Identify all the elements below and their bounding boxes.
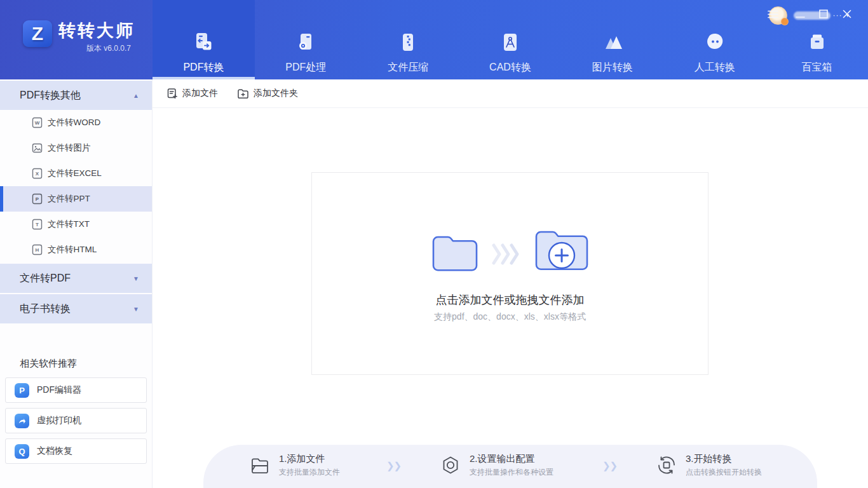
nav-tab-pdf-process[interactable]: PDF处理 [255, 0, 357, 79]
toolbox-icon [805, 30, 829, 55]
file-dropzone[interactable]: 点击添加文件或拖拽文件添加 支持pdf、doc、docx、xls、xlsx等格式 [311, 172, 709, 375]
add-file-label: 添加文件 [182, 88, 218, 99]
svg-text:W: W [35, 120, 40, 126]
app-title: 转转大师 [58, 19, 135, 42]
step-arrow-icon: ❯❯ [602, 460, 617, 471]
sidebar-item-file-to-txt[interactable]: T 文件转TXT [0, 212, 152, 237]
dropzone-title: 点击添加文件或拖拽文件添加 [312, 292, 708, 308]
app-version: 版本 v6.0.0.7 [86, 43, 131, 54]
dropzone-subtitle: 支持pdf、doc、docx、xls、xlsx等格式 [312, 311, 708, 323]
convert-sync-icon [656, 454, 677, 476]
maximize-icon[interactable] [815, 6, 832, 22]
recommend-item-label: 文档恢复 [37, 445, 72, 457]
sidebar-section-pdf-convert-other[interactable]: PDF转换其他 ▲ [0, 81, 152, 110]
html-doc-icon: H [32, 244, 43, 255]
nav-tab-label: 图片转换 [561, 61, 663, 74]
ppt-doc-icon: P [32, 193, 43, 205]
settings-nut-icon [440, 454, 461, 476]
section-label: 电子书转换 [20, 302, 71, 316]
sidebar-item-file-to-image[interactable]: 文件转图片 [0, 135, 152, 161]
content-toolbar: 添加文件 添加文件夹 [153, 79, 868, 108]
step-subtitle: 点击转换按钮开始转换 [686, 467, 762, 478]
app-logo: Z [23, 20, 52, 47]
add-folder-icon [237, 88, 249, 99]
folder-source-icon [428, 229, 482, 276]
recommend-item-label: 虚拟打印机 [37, 415, 81, 426]
menu-icon[interactable] [764, 6, 781, 22]
steps-bar: 1.添加文件 支持批量添加文件 ❯❯ 2.设置输出配置 支持批量操作和各种设置 … [203, 445, 817, 488]
top-header: Z 转转大师 版本 v6.0.0.7 PDF转换 [0, 0, 868, 79]
folder-add-icon [531, 222, 592, 276]
nav-tab-label: PDF处理 [255, 61, 357, 74]
pdf-editor-icon: P [15, 383, 29, 398]
sidebar-item-label: 文件转PPT [48, 193, 90, 205]
chevron-down-icon: ▼ [133, 275, 139, 282]
nav-tab-manual-convert[interactable]: 人工转换 [663, 0, 766, 79]
window-controls [764, 0, 868, 28]
nav-tab-cad-convert[interactable]: CAD转换 [459, 0, 562, 79]
sidebar-section-file-to-pdf[interactable]: 文件转PDF ▼ [0, 264, 152, 293]
sidebar-item-label: 文件转HTML [48, 244, 97, 255]
manual-convert-icon [703, 30, 727, 55]
recommend-item-doc-recovery[interactable]: Q 文档恢复 [5, 438, 147, 464]
sidebar-item-file-to-word[interactable]: W 文件转WORD [0, 110, 152, 135]
minimize-icon[interactable] [792, 6, 808, 22]
excel-doc-icon: X [32, 168, 43, 179]
chevron-up-icon: ▲ [133, 92, 139, 99]
sidebar-item-label: 文件转EXCEL [48, 168, 102, 179]
logo-letter: Z [32, 24, 43, 43]
step-subtitle: 支持批量操作和各种设置 [470, 467, 553, 478]
sidebar-items: W 文件转WORD 文件转图片 [0, 110, 152, 262]
svg-text:P: P [36, 196, 39, 202]
transfer-chevrons-icon [492, 241, 521, 267]
pdf-process-icon [294, 30, 318, 55]
sidebar-item-file-to-html[interactable]: H 文件转HTML [0, 237, 152, 262]
chevron-down-icon: ▼ [133, 306, 139, 313]
image-doc-icon [32, 142, 43, 154]
sidebar-section-ebook-convert[interactable]: 电子书转换 ▼ [0, 294, 152, 323]
step-subtitle: 支持批量添加文件 [279, 467, 340, 478]
step-title: 1.添加文件 [279, 453, 340, 465]
main-nav: PDF转换 PDF处理 [153, 0, 868, 79]
nav-tab-label: PDF转换 [153, 61, 255, 74]
sidebar-item-file-to-excel[interactable]: X 文件转EXCEL [0, 161, 152, 186]
step-output-config: 2.设置输出配置 支持批量操作和各种设置 [440, 453, 553, 478]
word-doc-icon: W [32, 117, 43, 128]
step-add-file: 1.添加文件 支持批量添加文件 [249, 453, 340, 478]
file-compress-icon [396, 30, 420, 55]
section-label: PDF转换其他 [20, 89, 81, 102]
step-arrow-icon: ❯❯ [386, 460, 401, 471]
recommend-title: 相关软件推荐 [20, 358, 152, 370]
sidebar-item-file-to-ppt[interactable]: P 文件转PPT [0, 186, 152, 212]
dropzone-illustration [312, 222, 708, 276]
sidebar-item-label: 文件转WORD [48, 117, 100, 128]
main-content: 添加文件 添加文件夹 [153, 79, 868, 488]
add-folder-button[interactable]: 添加文件夹 [237, 88, 298, 99]
svg-text:X: X [36, 171, 39, 177]
svg-text:T: T [36, 222, 39, 227]
app-window: Z 转转大师 版本 v6.0.0.7 PDF转换 [0, 0, 868, 488]
sidebar-item-label: 文件转图片 [48, 142, 91, 154]
nav-tab-label: CAD转换 [459, 61, 562, 74]
nav-tab-pdf-convert[interactable]: PDF转换 [153, 0, 255, 79]
sidebar-item-label: 文件转TXT [48, 219, 90, 230]
step-start-convert: 3.开始转换 点击转换按钮开始转换 [656, 453, 762, 478]
step-title: 3.开始转换 [686, 453, 762, 465]
pdf-convert-icon [191, 30, 215, 55]
txt-doc-icon: T [32, 219, 43, 230]
section-label: 文件转PDF [20, 272, 71, 285]
sidebar: PDF转换其他 ▲ W 文件转WORD [0, 79, 153, 488]
cad-convert-icon [498, 30, 522, 55]
recommend-item-pdf-editor[interactable]: P PDF编辑器 [5, 377, 147, 403]
add-folder-label: 添加文件夹 [254, 88, 298, 99]
nav-tab-file-compress[interactable]: 文件压缩 [357, 0, 459, 79]
recommend-item-virtual-printer[interactable]: 虚拟打印机 [5, 408, 147, 433]
add-file-button[interactable]: 添加文件 [166, 88, 218, 99]
nav-tab-image-convert[interactable]: 图片转换 [561, 0, 663, 79]
image-convert-icon [600, 30, 625, 55]
add-file-icon [166, 88, 178, 99]
close-icon[interactable] [839, 6, 855, 22]
brand: Z 转转大师 版本 v6.0.0.7 [13, 15, 153, 66]
recommend-item-label: PDF编辑器 [37, 384, 81, 396]
nav-tab-label: 人工转换 [663, 61, 766, 74]
